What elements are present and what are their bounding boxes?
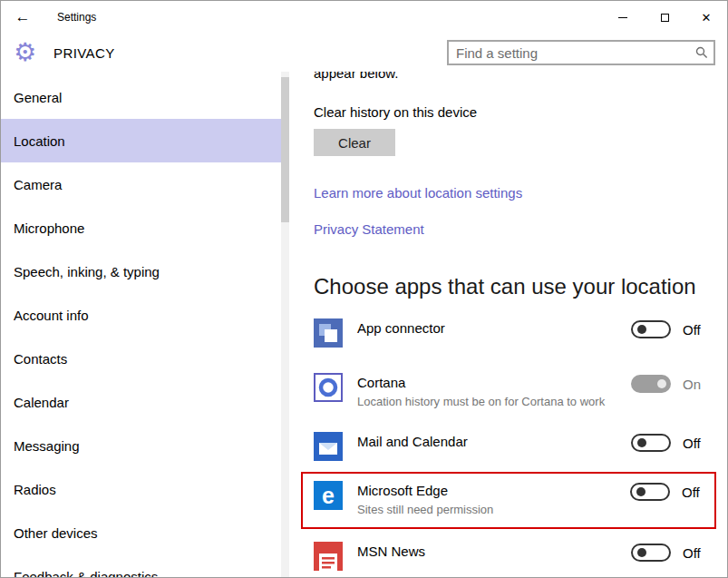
toggle-knob <box>637 438 646 447</box>
sidebar-item-other-devices[interactable]: Other devices <box>1 511 281 554</box>
sidebar-item-account-info[interactable]: Account info <box>1 293 281 337</box>
page-title: PRIVACY <box>53 45 115 61</box>
gear-icon: ⚙ <box>14 40 43 65</box>
app-name: Mail and Calendar <box>357 434 631 449</box>
app-info: Microsoft Edge Sites still need permissi… <box>357 481 630 518</box>
app-connector-icon <box>314 318 343 348</box>
sidebar-item-feedback-diagnostics[interactable]: Feedback & diagnostics <box>1 554 281 578</box>
app-info: App connector <box>357 318 631 336</box>
toggle-block: Off <box>631 434 706 452</box>
app-list: App connector Off <box>314 318 715 571</box>
sidebar: General Location Camera Microphone Speec… <box>1 72 289 577</box>
toggle-knob <box>636 487 645 496</box>
clear-button[interactable]: Clear <box>314 129 395 156</box>
location-settings-content: appear below. Clear history on this devi… <box>289 72 727 577</box>
titlebar: ← Settings ✕ <box>1 1 727 34</box>
search-icon[interactable] <box>690 46 713 59</box>
settings-window: ← Settings ✕ ⚙ PRIVACY General Location <box>0 0 728 578</box>
microsoft-edge-icon: e <box>314 481 343 510</box>
app-row-mail-and-calendar: Mail and Calendar Off <box>314 432 715 461</box>
mail-and-calendar-icon <box>314 432 343 461</box>
toggle-state-label: Off <box>683 436 706 451</box>
search-box <box>447 40 715 65</box>
app-description: Sites still need permission <box>357 502 616 518</box>
sidebar-scrollbar-thumb[interactable] <box>281 77 289 222</box>
clear-history-label: Clear history on this device <box>314 104 715 120</box>
minimize-button[interactable] <box>602 1 644 34</box>
cortana-icon <box>314 373 343 402</box>
maximize-icon <box>661 14 669 22</box>
toggle-block: Off <box>631 544 706 562</box>
app-row-msn-news: MSN News Off <box>314 542 715 571</box>
edge-letter-glyph: e <box>314 481 343 510</box>
sidebar-scrollbar[interactable] <box>281 72 289 577</box>
toggle-state-label: Off <box>682 485 705 500</box>
msn-news-toggle[interactable] <box>631 544 671 562</box>
app-name: Cortana <box>357 375 631 390</box>
privacy-statement-link[interactable]: Privacy Statement <box>314 221 715 237</box>
back-arrow-icon: ← <box>15 8 31 26</box>
msn-news-icon <box>314 542 343 571</box>
toggle-knob <box>657 379 666 388</box>
toggle-state-label: Off <box>683 322 706 338</box>
sidebar-item-radios[interactable]: Radios <box>1 467 281 511</box>
app-info: Mail and Calendar <box>357 432 631 449</box>
settings-body: General Location Camera Microphone Speec… <box>1 72 727 577</box>
microsoft-edge-toggle[interactable] <box>630 483 670 501</box>
learn-more-link[interactable]: Learn more about location settings <box>314 185 715 201</box>
maximize-button[interactable] <box>644 1 685 34</box>
toggle-knob <box>637 548 646 557</box>
toggle-state-label: On <box>683 377 706 392</box>
apps-section-heading: Choose apps that can use your location <box>314 274 715 299</box>
app-row-microsoft-edge: e Microsoft Edge Sites still need permis… <box>301 472 716 529</box>
app-description: Location history must be on for Cortana … <box>357 394 616 410</box>
window-controls: ✕ <box>602 1 727 34</box>
cortana-toggle <box>631 375 671 393</box>
sidebar-item-general[interactable]: General <box>1 75 281 119</box>
toggle-block: On <box>631 375 706 393</box>
sidebar-item-calendar[interactable]: Calendar <box>1 380 281 424</box>
app-info: Cortana Location history must be on for … <box>357 373 631 410</box>
back-button[interactable]: ← <box>1 1 44 34</box>
toggle-block: Off <box>630 483 705 501</box>
clipped-sentence-text: appear below. <box>314 72 715 81</box>
toggle-state-label: Off <box>683 545 706 561</box>
window-title: Settings <box>57 11 96 24</box>
sidebar-item-contacts[interactable]: Contacts <box>1 337 281 380</box>
sidebar-item-speech-inking-typing[interactable]: Speech, inking, & typing <box>1 250 281 293</box>
app-name: MSN News <box>357 544 631 559</box>
sidebar-item-location[interactable]: Location <box>1 119 281 162</box>
page-header: ⚙ PRIVACY <box>1 34 727 72</box>
sidebar-item-messaging[interactable]: Messaging <box>1 424 281 467</box>
app-connector-toggle[interactable] <box>631 320 671 338</box>
sidebar-item-microphone[interactable]: Microphone <box>1 206 281 250</box>
app-row-app-connector: App connector Off <box>314 318 715 348</box>
toggle-knob <box>637 325 646 334</box>
close-icon: ✕ <box>702 12 712 24</box>
minimize-icon <box>618 17 627 18</box>
search-input[interactable] <box>449 45 690 61</box>
sidebar-item-camera[interactable]: Camera <box>1 162 281 206</box>
mail-and-calendar-toggle[interactable] <box>631 434 671 452</box>
app-name: Microsoft Edge <box>357 483 630 498</box>
app-info: MSN News <box>357 542 631 559</box>
app-row-cortana: Cortana Location history must be on for … <box>314 373 715 410</box>
app-name: App connector <box>357 320 631 336</box>
toggle-block: Off <box>631 320 706 338</box>
close-button[interactable]: ✕ <box>685 1 727 34</box>
